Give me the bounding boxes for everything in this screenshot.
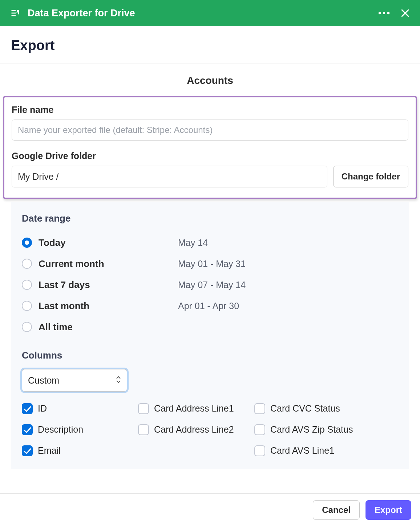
change-folder-button[interactable]: Change folder	[333, 166, 408, 187]
checkbox-label: Card AVS Line1	[270, 445, 334, 457]
svg-point-6	[387, 12, 389, 14]
drive-folder-label: Google Drive folder	[12, 151, 408, 161]
page-title-section: Export	[0, 26, 420, 64]
file-name-label: File name	[12, 105, 408, 115]
app-icon	[10, 8, 20, 18]
radio-range: May 01 - May 31	[178, 259, 246, 269]
radio-range: Apr 01 - Apr 30	[178, 301, 239, 311]
checkbox-label: Card CVC Status	[270, 402, 340, 415]
date-range-option[interactable]: Last 7 days May 07 - May 14	[22, 274, 398, 295]
svg-point-5	[383, 12, 385, 14]
content-area: Accounts File name Google Drive folder M…	[0, 64, 420, 495]
date-range-option[interactable]: Last month Apr 01 - Apr 30	[22, 295, 398, 316]
checkbox-label: Description	[38, 424, 83, 436]
section-title: Accounts	[0, 75, 420, 86]
column-checkbox-row[interactable]: Description	[22, 424, 138, 436]
checkbox-label: ID	[38, 402, 47, 415]
app-title: Data Exporter for Drive	[28, 8, 378, 19]
column-checkbox-row[interactable]: Card Address Line2	[138, 424, 254, 436]
date-range-option[interactable]: All time	[22, 316, 398, 337]
column-checkbox-row[interactable]: Email	[22, 445, 138, 457]
more-icon[interactable]	[378, 11, 390, 15]
columns-grid: ID Description Email Card Address Line1	[22, 402, 398, 465]
column-checkbox-row[interactable]: Card Address Line1	[138, 402, 254, 415]
date-range-option[interactable]: Current month May 01 - May 31	[22, 253, 398, 274]
footer-bar: Cancel Export	[0, 493, 420, 526]
column-checkbox-row[interactable]: Card AVS Zip Status	[254, 424, 371, 436]
column-checkbox-row[interactable]: Card CVC Status	[254, 402, 371, 415]
page-title: Export	[11, 38, 409, 53]
checkbox-label: Card Address Line1	[154, 402, 234, 415]
app-header: Data Exporter for Drive	[0, 0, 420, 26]
checkbox-icon	[22, 424, 33, 435]
date-range-option[interactable]: Today May 14	[22, 232, 398, 253]
file-name-input[interactable]	[12, 120, 408, 141]
checkbox-icon	[22, 403, 33, 414]
radio-icon	[22, 280, 32, 290]
radio-icon	[22, 238, 32, 248]
svg-point-4	[379, 12, 381, 14]
checkbox-icon	[138, 424, 149, 435]
file-settings-box: File name Google Drive folder My Drive /…	[3, 96, 417, 199]
checkbox-icon	[254, 403, 265, 414]
columns-preset-select[interactable]: Custom	[22, 369, 127, 392]
column-checkbox-row[interactable]: ID	[22, 402, 138, 415]
cancel-button[interactable]: Cancel	[313, 500, 360, 520]
checkbox-label: Email	[38, 445, 61, 457]
radio-label: Last month	[39, 300, 89, 312]
radio-label: Current month	[39, 258, 104, 270]
column-checkbox-row[interactable]: Card AVS Line1	[254, 445, 371, 457]
radio-range: May 07 - May 14	[178, 280, 246, 290]
checkbox-label: Card Address Line2	[154, 424, 234, 436]
date-range-heading: Date range	[22, 213, 398, 224]
radio-label: All time	[39, 321, 73, 333]
drive-folder-path[interactable]: My Drive /	[12, 166, 327, 187]
export-button[interactable]: Export	[366, 500, 411, 520]
radio-icon	[22, 322, 32, 332]
radio-label: Today	[39, 237, 66, 248]
radio-range: May 14	[178, 238, 208, 248]
checkbox-label: Card AVS Zip Status	[270, 424, 353, 436]
close-icon[interactable]	[400, 8, 410, 18]
checkbox-icon	[22, 445, 33, 456]
radio-icon	[22, 301, 32, 311]
checkbox-icon	[254, 445, 265, 456]
checkbox-icon	[138, 403, 149, 414]
options-panel: Date range Today May 14 Current month Ma…	[11, 202, 409, 469]
columns-heading: Columns	[22, 350, 398, 361]
radio-icon	[22, 259, 32, 269]
radio-label: Last 7 days	[39, 279, 90, 291]
checkbox-icon	[254, 424, 265, 435]
